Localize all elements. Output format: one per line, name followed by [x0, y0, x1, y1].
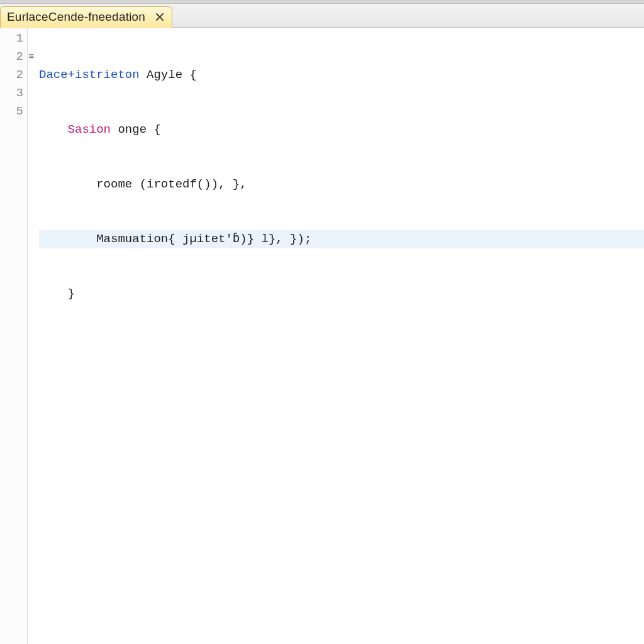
code-line[interactable]: }	[39, 285, 644, 303]
line-number: 3	[0, 84, 23, 103]
fold-mark	[28, 101, 35, 119]
close-icon[interactable]	[154, 11, 165, 23]
code-editor[interactable]: 1 2 2 3 5 ≡ Dace+istrieton Agyle { Sasio…	[0, 28, 644, 644]
line-number: 5	[0, 103, 23, 121]
line-number-gutter: 1 2 2 3 5	[0, 28, 28, 644]
line-number: 1	[0, 30, 23, 48]
line-number: 2	[0, 66, 23, 84]
code-text: Agyle {	[140, 68, 197, 82]
fold-mark	[28, 28, 35, 47]
code-line[interactable]: Dace+istrieton Agyle {	[39, 66, 644, 84]
code-line-current[interactable]: Masmuation{ jµitet'ɓ)} l}, });	[39, 230, 644, 248]
code-indent	[39, 123, 68, 136]
editor-window: EurlaceCende-fneedation 1 2 2 3 5 ≡	[0, 0, 644, 644]
keyword-token: Dace+istrieton	[39, 68, 140, 82]
file-tab-active[interactable]: EurlaceCende-fneedation	[0, 6, 172, 28]
line-numbers: 1 2 2 3 5	[0, 30, 27, 644]
line-number: 2	[0, 48, 23, 66]
fold-mark	[28, 83, 35, 101]
code-content[interactable]: Dace+istrieton Agyle { Sasion onge { roo…	[35, 28, 644, 644]
file-tab-label: EurlaceCende-fneedation	[7, 10, 145, 24]
tab-bar: EurlaceCende-fneedation	[0, 4, 644, 28]
keyword-token: Sasion	[68, 123, 111, 136]
fold-mark	[28, 65, 35, 83]
fold-gutter: ≡	[28, 28, 35, 644]
fold-mark[interactable]: ≡	[28, 47, 35, 65]
code-line[interactable]: Sasion onge {	[39, 121, 644, 139]
code-text: Masmuation{ jµitet'ɓ)} l}, });	[39, 232, 311, 246]
code-text: onge {	[111, 123, 161, 136]
code-text: }	[39, 287, 75, 301]
code-line[interactable]: roome (irotedf()), },	[39, 175, 644, 194]
code-text: roome (irotedf()), },	[39, 177, 247, 191]
